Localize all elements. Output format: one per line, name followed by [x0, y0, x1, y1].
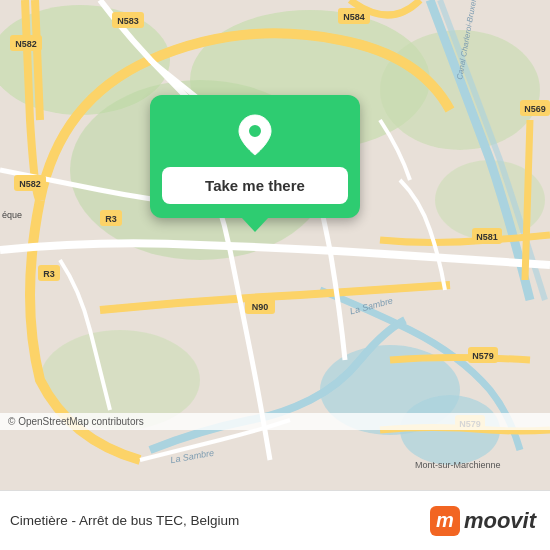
svg-text:R3: R3	[105, 214, 117, 224]
svg-text:N583: N583	[117, 16, 139, 26]
map-popup: Take me there	[150, 95, 360, 218]
location-pin-icon	[233, 113, 277, 157]
map-container: N582 N583 N584 N582 R3 R3 N90 N569 N581 …	[0, 0, 550, 490]
moovit-m-letter: m	[430, 506, 460, 536]
svg-text:N584: N584	[343, 12, 365, 22]
svg-text:N90: N90	[252, 302, 269, 312]
moovit-text: moovit	[464, 508, 536, 534]
osm-credit: © OpenStreetMap contributors	[0, 413, 550, 430]
svg-text:Mont-sur-Marchienne: Mont-sur-Marchienne	[415, 460, 501, 470]
svg-text:éque: éque	[2, 210, 22, 220]
svg-text:N579: N579	[472, 351, 494, 361]
svg-text:N582: N582	[19, 179, 41, 189]
svg-text:N569: N569	[524, 104, 546, 114]
bottom-bar: Cimetière - Arrêt de bus TEC, Belgium m …	[0, 490, 550, 550]
moovit-logo: m moovit	[430, 506, 536, 536]
svg-point-37	[248, 124, 262, 138]
svg-text:N581: N581	[476, 232, 498, 242]
place-name: Cimetière - Arrêt de bus TEC, Belgium	[10, 513, 239, 528]
take-me-there-button[interactable]: Take me there	[162, 167, 348, 204]
svg-text:N582: N582	[15, 39, 37, 49]
svg-text:R3: R3	[43, 269, 55, 279]
